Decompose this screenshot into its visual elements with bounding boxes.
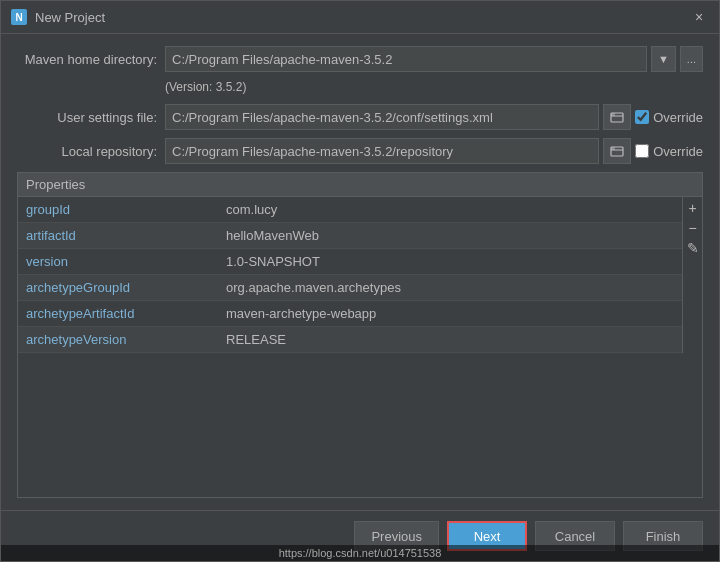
local-repo-row: Local repository: Override	[17, 138, 703, 164]
watermark: https://blog.csdn.net/u014751538	[1, 545, 719, 561]
prop-actions: + − ✎	[682, 197, 702, 353]
edit-property-btn[interactable]: ✎	[684, 239, 702, 257]
properties-list: groupId com.lucy artifactId helloMavenWe…	[18, 197, 682, 353]
prop-key: archetypeArtifactId	[18, 306, 218, 321]
user-settings-label: User settings file:	[17, 110, 157, 125]
table-row[interactable]: version 1.0-SNAPSHOT	[18, 249, 682, 275]
add-property-btn[interactable]: +	[684, 199, 702, 217]
maven-home-input[interactable]	[165, 46, 647, 72]
maven-home-dropdown-btn[interactable]: ▼	[651, 46, 676, 72]
dialog-icon: N	[11, 9, 27, 25]
svg-rect-3	[611, 147, 615, 150]
local-repo-input-wrapper: Override	[165, 138, 703, 164]
table-row[interactable]: artifactId helloMavenWeb	[18, 223, 682, 249]
remove-property-btn[interactable]: −	[684, 219, 702, 237]
local-repo-override-checkbox[interactable]	[635, 144, 649, 158]
table-row[interactable]: archetypeGroupId org.apache.maven.archet…	[18, 275, 682, 301]
properties-header: Properties	[18, 173, 702, 197]
prop-key: groupId	[18, 202, 218, 217]
title-bar-left: N New Project	[11, 9, 105, 25]
prop-val: maven-archetype-webapp	[218, 306, 682, 321]
user-settings-input[interactable]	[165, 104, 599, 130]
user-settings-override-label[interactable]: Override	[635, 110, 703, 125]
prop-val: com.lucy	[218, 202, 682, 217]
version-text: (Version: 3.5.2)	[165, 80, 703, 94]
user-settings-override-checkbox[interactable]	[635, 110, 649, 124]
user-settings-browse-btn[interactable]	[603, 104, 631, 130]
prop-key: archetypeVersion	[18, 332, 218, 347]
prop-val: RELEASE	[218, 332, 682, 347]
svg-rect-1	[611, 113, 615, 116]
prop-key: archetypeGroupId	[18, 280, 218, 295]
user-settings-row: User settings file: Override	[17, 104, 703, 130]
prop-val: org.apache.maven.archetypes	[218, 280, 682, 295]
maven-home-label: Maven home directory:	[17, 52, 157, 67]
local-repo-input[interactable]	[165, 138, 599, 164]
new-project-dialog: N New Project × Maven home directory: ▼ …	[0, 0, 720, 562]
maven-home-row: Maven home directory: ▼ ...	[17, 46, 703, 72]
local-repo-label: Local repository:	[17, 144, 157, 159]
prop-val: helloMavenWeb	[218, 228, 682, 243]
table-row[interactable]: archetypeVersion RELEASE	[18, 327, 682, 353]
local-repo-browse-btn[interactable]	[603, 138, 631, 164]
dialog-content: Maven home directory: ▼ ... (Version: 3.…	[1, 34, 719, 510]
maven-home-input-wrapper: ▼ ...	[165, 46, 703, 72]
dialog-footer: Previous Next Cancel Finish https://blog…	[1, 510, 719, 561]
prop-key: version	[18, 254, 218, 269]
title-bar: N New Project ×	[1, 1, 719, 34]
table-row[interactable]: groupId com.lucy	[18, 197, 682, 223]
user-settings-input-wrapper: Override	[165, 104, 703, 130]
local-repo-override-label[interactable]: Override	[635, 144, 703, 159]
table-row[interactable]: archetypeArtifactId maven-archetype-weba…	[18, 301, 682, 327]
close-button[interactable]: ×	[689, 7, 709, 27]
prop-key: artifactId	[18, 228, 218, 243]
dialog-title: New Project	[35, 10, 105, 25]
prop-val: 1.0-SNAPSHOT	[218, 254, 682, 269]
properties-inner: groupId com.lucy artifactId helloMavenWe…	[18, 197, 702, 353]
properties-section: Properties groupId com.lucy artifactId h…	[17, 172, 703, 498]
maven-home-browse-btn[interactable]: ...	[680, 46, 703, 72]
